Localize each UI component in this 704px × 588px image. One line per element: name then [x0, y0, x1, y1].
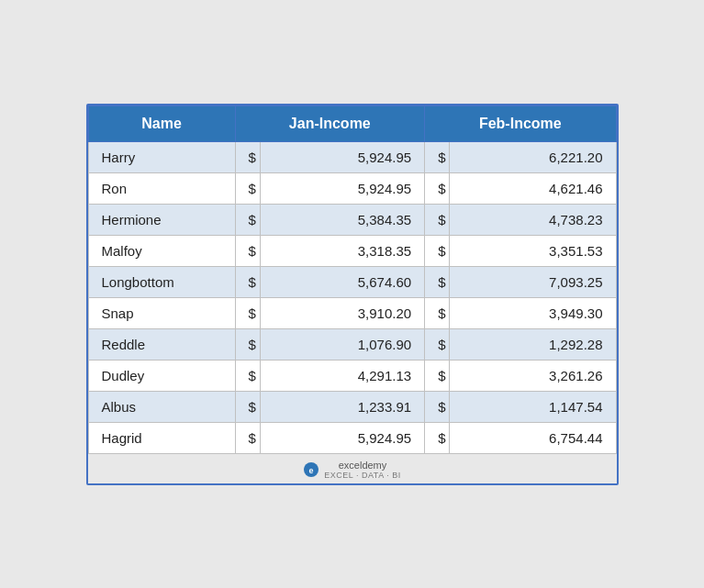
- cell-name: Albus: [88, 391, 235, 422]
- table-row: Harry$5,924.95$6,221.20: [88, 141, 616, 172]
- cell-jan-value: 5,674.60: [260, 266, 424, 297]
- cell-jan-value: 1,233.91: [260, 391, 424, 422]
- header-jan-income: Jan-Income: [235, 105, 425, 141]
- cell-name: Longbottom: [88, 266, 235, 297]
- cell-jan-symbol: $: [235, 328, 260, 360]
- table-row: Reddle$1,076.90$1,292.28: [88, 328, 616, 360]
- data-table: Name Jan-Income Feb-Income Harry$5,924.9…: [86, 104, 619, 485]
- cell-feb-symbol: $: [425, 172, 450, 204]
- cell-jan-symbol: $: [235, 172, 260, 204]
- brand-tagline: EXCEL · DATA · BI: [324, 471, 400, 480]
- cell-jan-value: 1,076.90: [260, 328, 424, 360]
- cell-feb-value: 1,292.28: [450, 328, 616, 360]
- cell-feb-value: 3,949.30: [450, 297, 616, 328]
- table-row: Hermione$5,384.35$4,738.23: [88, 204, 616, 235]
- table-row: Hagrid$5,924.95$6,754.44: [88, 422, 616, 453]
- cell-name: Hagrid: [88, 422, 235, 453]
- cell-feb-value: 1,147.54: [450, 391, 616, 422]
- cell-feb-symbol: $: [425, 235, 450, 266]
- svg-text:e: e: [309, 466, 314, 475]
- cell-jan-symbol: $: [235, 141, 260, 172]
- cell-name: Dudley: [88, 360, 235, 391]
- cell-feb-value: 6,221.20: [450, 141, 616, 172]
- cell-feb-symbol: $: [425, 422, 450, 453]
- cell-feb-value: 4,621.46: [450, 172, 616, 204]
- cell-jan-symbol: $: [235, 422, 260, 453]
- table-row: Ron$5,924.95$4,621.46: [88, 172, 616, 204]
- cell-feb-symbol: $: [425, 360, 450, 391]
- cell-jan-symbol: $: [235, 360, 260, 391]
- cell-jan-symbol: $: [235, 204, 260, 235]
- cell-feb-symbol: $: [425, 204, 450, 235]
- cell-feb-value: 7,093.25: [450, 266, 616, 297]
- cell-name: Hermione: [88, 204, 235, 235]
- cell-jan-value: 5,384.35: [260, 204, 424, 235]
- cell-jan-value: 5,924.95: [260, 141, 424, 172]
- cell-feb-symbol: $: [425, 328, 450, 360]
- brand-icon: e: [303, 461, 319, 478]
- cell-jan-value: 5,924.95: [260, 422, 424, 453]
- cell-name: Ron: [88, 172, 235, 204]
- cell-jan-value: 3,910.20: [260, 297, 424, 328]
- cell-jan-value: 3,318.35: [260, 235, 424, 266]
- cell-jan-symbol: $: [235, 391, 260, 422]
- cell-name: Reddle: [88, 328, 235, 360]
- cell-feb-symbol: $: [425, 297, 450, 328]
- brand-logo: e exceldemy EXCEL · DATA · BI: [303, 460, 400, 480]
- cell-jan-symbol: $: [235, 297, 260, 328]
- table-row: Albus$1,233.91$1,147.54: [88, 391, 616, 422]
- table-row: Dudley$4,291.13$3,261.26: [88, 360, 616, 391]
- table-row: Snap$3,910.20$3,949.30: [88, 297, 616, 328]
- cell-feb-value: 3,351.53: [450, 235, 616, 266]
- table-row: Malfoy$3,318.35$3,351.53: [88, 235, 616, 266]
- cell-name: Snap: [88, 297, 235, 328]
- cell-feb-symbol: $: [425, 266, 450, 297]
- table-row: Longbottom$5,674.60$7,093.25: [88, 266, 616, 297]
- cell-jan-symbol: $: [235, 266, 260, 297]
- cell-jan-value: 4,291.13: [260, 360, 424, 391]
- cell-feb-symbol: $: [425, 391, 450, 422]
- header-feb-income: Feb-Income: [425, 105, 616, 141]
- brand-name: exceldemy: [339, 460, 387, 471]
- cell-feb-symbol: $: [425, 141, 450, 172]
- footer-bar: e exceldemy EXCEL · DATA · BI: [88, 454, 617, 483]
- cell-name: Harry: [88, 141, 235, 172]
- cell-feb-value: 4,738.23: [450, 204, 616, 235]
- cell-jan-value: 5,924.95: [260, 172, 424, 204]
- cell-name: Malfoy: [88, 235, 235, 266]
- header-name: Name: [88, 105, 235, 141]
- cell-feb-value: 3,261.26: [450, 360, 616, 391]
- cell-jan-symbol: $: [235, 235, 260, 266]
- cell-feb-value: 6,754.44: [450, 422, 616, 453]
